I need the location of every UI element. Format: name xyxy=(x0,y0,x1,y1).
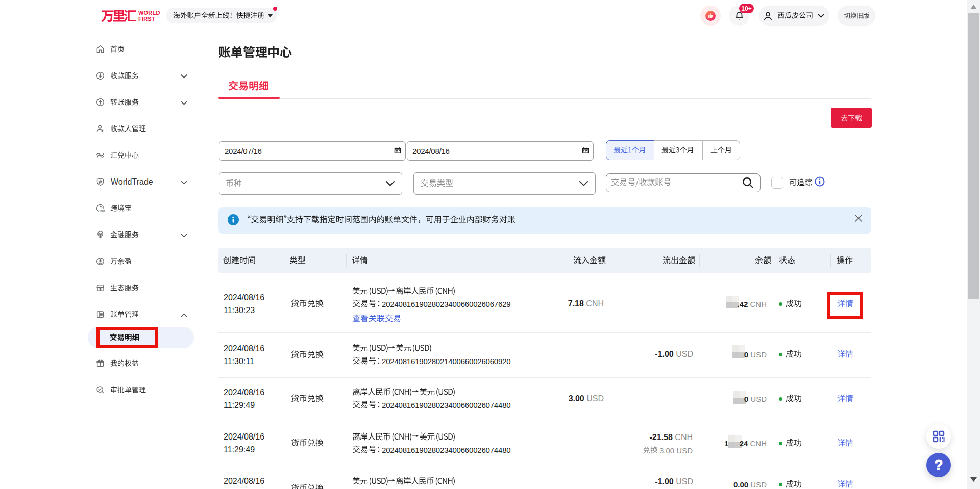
svg-text:1688: 1688 xyxy=(99,210,105,213)
